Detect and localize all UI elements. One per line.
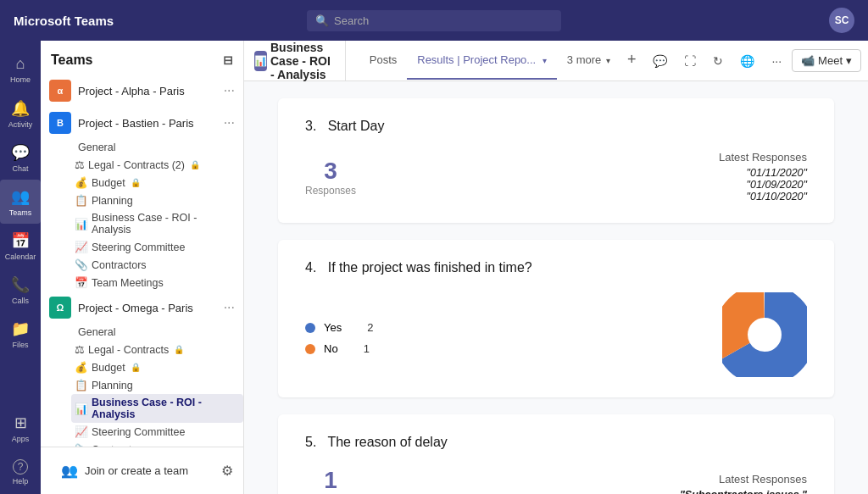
topbar-tabs: Posts Results | Project Repo... ▾ 3 more… bbox=[359, 42, 643, 80]
join-create-button[interactable]: 👥 Join or create a team bbox=[51, 456, 198, 486]
search-input[interactable] bbox=[334, 14, 553, 27]
channel-legal-omega[interactable]: ⚖ Legal - Contracts 🔒 bbox=[71, 341, 243, 358]
question-3-card: 3. Start Day 3 Responses Latest Response… bbox=[278, 98, 834, 223]
date-1: "01/11/2020" bbox=[719, 167, 807, 179]
channel-general-omega[interactable]: General bbox=[71, 324, 243, 341]
sidebar-item-help[interactable]: ? Help bbox=[0, 450, 41, 494]
channel-meetings-bastien[interactable]: 📅 Team Meetings bbox=[71, 274, 243, 291]
yes-count: 2 bbox=[367, 321, 373, 334]
channel-general-bastien[interactable]: General bbox=[71, 139, 243, 156]
tab-more[interactable]: 3 more ▾ bbox=[557, 42, 620, 80]
app-title: Microsoft Teams bbox=[14, 14, 114, 28]
team-item-bastien[interactable]: B Project - Bastien - Paris ··· bbox=[41, 107, 243, 139]
latest-responses-5: Latest Responses "Subcontractors issues … bbox=[680, 473, 807, 495]
sidebar-item-calls[interactable]: 📞 Calls bbox=[0, 268, 41, 312]
channel-steering-icon: 📈 bbox=[75, 241, 88, 253]
team-name-alpha: Project - Alpha - Paris bbox=[78, 85, 217, 97]
yes-label: Yes bbox=[324, 321, 342, 334]
tab-dropdown-icon: ▾ bbox=[542, 56, 547, 65]
question-3-title: 3. Start Day bbox=[305, 119, 807, 134]
activity-icon: 🔔 bbox=[11, 99, 30, 118]
date-2: "01/09/2020" bbox=[719, 179, 807, 191]
team-item-omega[interactable]: Ω Project - Omega - Paris ··· bbox=[41, 291, 243, 324]
content-area: 3. Start Day 3 Responses Latest Response… bbox=[244, 81, 868, 494]
latest-responses-3: Latest Responses "01/11/2020" "01/09/202… bbox=[719, 151, 807, 203]
channel-badge-icon: 📊 bbox=[254, 55, 267, 67]
channel-list-omega: General ⚖ Legal - Contracts 🔒 💰 Budget 🔒… bbox=[41, 324, 243, 447]
poll-option-yes: Yes 2 bbox=[305, 321, 373, 334]
sidebar-item-calendar[interactable]: 📅 Calendar bbox=[0, 224, 41, 268]
search-bar[interactable]: 🔍 bbox=[307, 10, 561, 31]
topbar-actions: 💬 ⛶ ↻ 🌐 ··· 📹 Meet ▾ bbox=[646, 49, 861, 72]
channel-business-omega[interactable]: 📊 Business Case - ROI - Analysis bbox=[71, 394, 243, 423]
lock-icon: 🔒 bbox=[190, 160, 200, 169]
channel-contractors-bastien[interactable]: 📎 Contractors bbox=[71, 256, 243, 274]
refresh-icon-btn[interactable]: ↻ bbox=[706, 50, 730, 72]
rail-bottom: ⊞ Apps ? Help bbox=[0, 406, 41, 494]
more-options-btn[interactable]: ··· bbox=[765, 50, 788, 72]
channel-contractors-icon: 📎 bbox=[75, 258, 88, 271]
tab-posts[interactable]: Posts bbox=[359, 42, 408, 80]
no-count: 1 bbox=[364, 342, 370, 355]
sidebar-item-home[interactable]: ⌂ Home bbox=[0, 47, 41, 92]
help-icon: ? bbox=[13, 459, 28, 475]
sidebar-header: Teams ⊟ bbox=[41, 41, 243, 75]
team-avatar-bastien: B bbox=[49, 112, 71, 134]
channel-steering-bastien[interactable]: 📈 Steering Committee bbox=[71, 238, 243, 256]
question-4-chart-area: Yes 2 No 1 bbox=[305, 292, 807, 377]
latest-label-5: Latest Responses bbox=[680, 473, 807, 486]
tab-results[interactable]: Results | Project Repo... ▾ bbox=[407, 42, 557, 80]
filter-icon[interactable]: ⊟ bbox=[223, 53, 233, 67]
team-more-alpha[interactable]: ··· bbox=[224, 83, 235, 98]
files-icon: 📁 bbox=[11, 319, 30, 338]
join-icon: 👥 bbox=[61, 463, 78, 479]
channel-business-icon: 📊 bbox=[75, 218, 88, 230]
channel-budget-icon: 💰 bbox=[75, 176, 88, 189]
channel-business-icon-omega: 📊 bbox=[75, 402, 88, 415]
lock-icon-3: 🔒 bbox=[174, 345, 184, 354]
response-label-3: Responses bbox=[305, 185, 356, 197]
apps-icon: ⊞ bbox=[14, 414, 27, 432]
team-item-alpha[interactable]: α Project - Alpha - Paris ··· bbox=[41, 75, 243, 107]
lock-icon-4: 🔒 bbox=[131, 363, 141, 372]
settings-icon[interactable]: ⚙ bbox=[221, 463, 233, 479]
calls-icon: 📞 bbox=[11, 275, 30, 294]
sidebar-item-activity[interactable]: 🔔 Activity bbox=[0, 92, 41, 136]
channel-planning-bastien[interactable]: 📋 Planning bbox=[71, 191, 243, 209]
question-5-title: 5. The reason of delay bbox=[305, 435, 807, 450]
sidebar-item-chat[interactable]: 💬 Chat bbox=[0, 136, 41, 180]
channel-budget-bastien[interactable]: 💰 Budget 🔒 bbox=[71, 174, 243, 191]
channel-planning-omega[interactable]: 📋 Planning bbox=[71, 376, 243, 394]
latest-response-5: "Subcontractors issues " bbox=[680, 489, 807, 495]
expand-icon-btn[interactable]: ⛶ bbox=[677, 50, 703, 72]
sidebar-item-teams[interactable]: 👥 Teams bbox=[0, 180, 41, 224]
channel-meetings-icon: 📅 bbox=[75, 276, 88, 289]
conversation-icon-btn[interactable]: 💬 bbox=[646, 50, 674, 72]
lock-icon-2: 🔒 bbox=[131, 178, 141, 187]
add-tab-button[interactable]: + bbox=[620, 42, 643, 79]
team-avatar-omega: Ω bbox=[49, 297, 71, 319]
poll-options-4: Yes 2 No 1 bbox=[305, 321, 373, 355]
latest-label-3: Latest Responses bbox=[719, 151, 807, 164]
team-more-bastien[interactable]: ··· bbox=[224, 115, 235, 130]
meet-camera-icon: 📹 bbox=[801, 54, 815, 67]
meet-button[interactable]: 📹 Meet ▾ bbox=[792, 49, 861, 72]
channel-budget-omega[interactable]: 💰 Budget 🔒 bbox=[71, 358, 243, 376]
avatar[interactable]: SC bbox=[829, 8, 854, 33]
team-more-omega[interactable]: ··· bbox=[224, 300, 235, 315]
question-5-card: 5. The reason of delay 1 Responses Lates… bbox=[278, 414, 834, 494]
sidebar-item-files[interactable]: 📁 Files bbox=[0, 312, 41, 356]
channel-identity: 📊 Business Case - ROI - Analysis bbox=[251, 41, 346, 81]
channel-legal-bastien[interactable]: ⚖ Legal - Contracts (2) 🔒 bbox=[71, 156, 243, 174]
globe-icon-btn[interactable]: 🌐 bbox=[733, 50, 761, 72]
channel-steering-omega[interactable]: 📈 Steering Committee bbox=[71, 423, 243, 441]
chat-icon: 💬 bbox=[11, 143, 30, 162]
channel-business-bastien[interactable]: 📊 Business Case - ROI - Analysis bbox=[71, 209, 243, 238]
sidebar-title: Teams bbox=[51, 53, 93, 68]
channel-contractors-omega[interactable]: 📎 Contractors bbox=[71, 441, 243, 447]
main-content: 📊 Business Case - ROI - Analysis Posts R… bbox=[244, 41, 868, 494]
team-avatar-alpha: α bbox=[49, 80, 71, 102]
team-name-omega: Project - Omega - Paris bbox=[78, 302, 217, 314]
sidebar-item-apps[interactable]: ⊞ Apps bbox=[0, 406, 41, 450]
app-header: Microsoft Teams 🔍 SC bbox=[0, 0, 868, 41]
